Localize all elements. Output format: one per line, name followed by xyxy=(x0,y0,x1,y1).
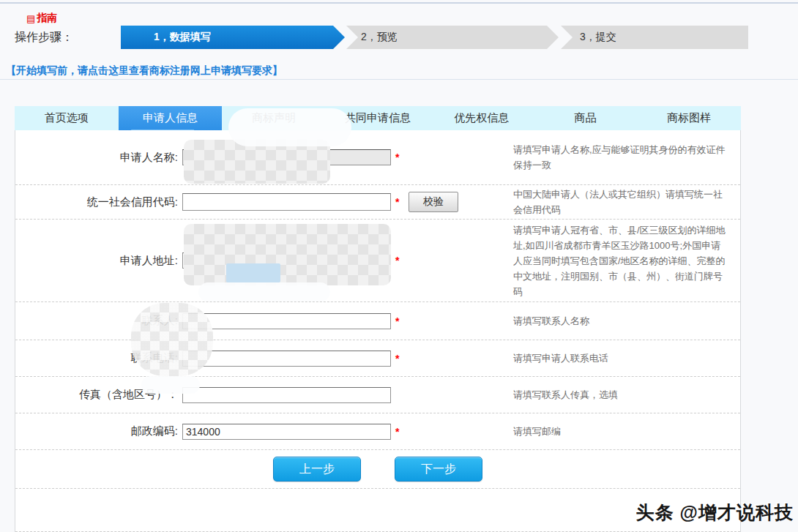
contact-phone-input[interactable] xyxy=(182,351,391,367)
tab-home-options[interactable]: 首页选项 xyxy=(15,106,119,130)
row-contact-person: 联系人: * 请填写联系人名称 xyxy=(15,302,740,340)
credit-code-label: 统一社会信用代码: xyxy=(15,195,182,209)
privacy-blob-tab xyxy=(228,108,351,146)
guide-label: 指南 xyxy=(37,12,57,25)
postal-code-label: 邮政编码: xyxy=(15,424,182,438)
privacy-blob-address-bottom xyxy=(198,282,330,301)
verify-button[interactable]: 校验 xyxy=(409,192,458,212)
tab-trademark-image[interactable]: 商标图样 xyxy=(637,106,741,130)
watermark: 头条 @增才说科技 xyxy=(636,501,794,525)
row-postal-code: 邮政编码: * 请填写邮编 xyxy=(15,413,740,450)
row-fax: 传真（含地区号）： 请填写联系人传真，选填 xyxy=(15,377,740,413)
row-applicant-name: 申请人名称: * 请填写申请人名称,应与能够证明其身份的有效证件保持一致 xyxy=(15,130,740,185)
tab-goods[interactable]: 商品 xyxy=(534,106,638,130)
required-marker: * xyxy=(395,255,401,266)
applicant-name-label: 申请人名称: xyxy=(15,151,182,165)
applicant-form-panel: 申请人名称: * 请填写申请人名称,应与能够证明其身份的有效证件保持一致 统一社… xyxy=(15,130,741,532)
tab-priority-info[interactable]: 优先权信息 xyxy=(430,106,534,130)
page: ▤ 指南 操作步骤： 1，数据填写 2，预览 3，提交 【开始填写前，请点击这里… xyxy=(0,0,798,532)
contact-person-input[interactable] xyxy=(182,313,391,329)
privacy-blur-address-blue xyxy=(226,263,280,282)
guide-link[interactable]: ▤ 指南 xyxy=(26,12,57,25)
contact-phone-hint: 请填写申请人联系电话 xyxy=(511,349,740,367)
form-tabbar: 首页选项 申请人信息 商标声明 共同申请信息 优先权信息 商品 商标图样 xyxy=(15,106,741,130)
credit-code-input[interactable] xyxy=(182,193,391,211)
applicant-address-label: 申请人地址: xyxy=(15,254,182,268)
row-nav-buttons: 上一步 下一步 xyxy=(15,450,740,489)
step-3-submit: 3，提交 xyxy=(561,26,748,49)
row-credit-code: 统一社会信用代码: * 校验 中国大陆申请人（法人或其它组织）请填写统一社会信用… xyxy=(15,185,740,220)
required-marker: * xyxy=(395,151,401,163)
fax-hint: 请填写联系人传真，选填 xyxy=(511,386,740,404)
postal-code-input[interactable] xyxy=(182,424,391,440)
step-2-preview: 2，预览 xyxy=(346,26,559,49)
top-divider xyxy=(0,2,798,4)
required-marker: * xyxy=(395,315,401,327)
privacy-blob-fax xyxy=(141,376,200,394)
postal-code-hint: 请填写邮编 xyxy=(511,422,740,441)
row-empty xyxy=(15,489,740,532)
privacy-blur-contact xyxy=(131,303,213,376)
next-step-button[interactable]: 下一步 xyxy=(395,457,482,482)
row-contact-phone: 联系电话: * 请填写申请人联系电话 xyxy=(15,340,740,377)
fax-input[interactable] xyxy=(182,387,391,403)
privacy-blur-applicant-name xyxy=(184,140,330,184)
applicant-name-hint: 请填写申请人名称,应与能够证明其身份的有效证件保持一致 xyxy=(511,141,740,174)
steps-bar: 1，数据填写 2，预览 3，提交 xyxy=(121,26,748,49)
previous-step-button[interactable]: 上一步 xyxy=(273,457,361,482)
required-marker: * xyxy=(395,426,401,438)
book-icon: ▤ xyxy=(26,14,35,23)
required-marker: * xyxy=(395,353,401,364)
applicant-address-hint: 请填写申请人冠有省、市、县/区三级区划的详细地址,如四川省成都市青羊区玉沙路10… xyxy=(511,221,740,301)
tab-applicant-info[interactable]: 申请人信息 xyxy=(119,106,223,130)
section-divider xyxy=(0,79,798,80)
steps-label: 操作步骤： xyxy=(15,30,73,45)
credit-code-hint: 中国大陆申请人（法人或其它组织）请填写统一社会信用代码 xyxy=(511,185,740,219)
privacy-blur-address xyxy=(184,224,391,285)
required-marker: * xyxy=(395,196,401,208)
filing-requirements-link[interactable]: 【开始填写前，请点击这里查看商标注册网上申请填写要求】 xyxy=(6,64,283,78)
step-1-data-entry: 1，数据填写 xyxy=(121,26,345,49)
contact-person-hint: 请填写联系人名称 xyxy=(511,312,740,330)
